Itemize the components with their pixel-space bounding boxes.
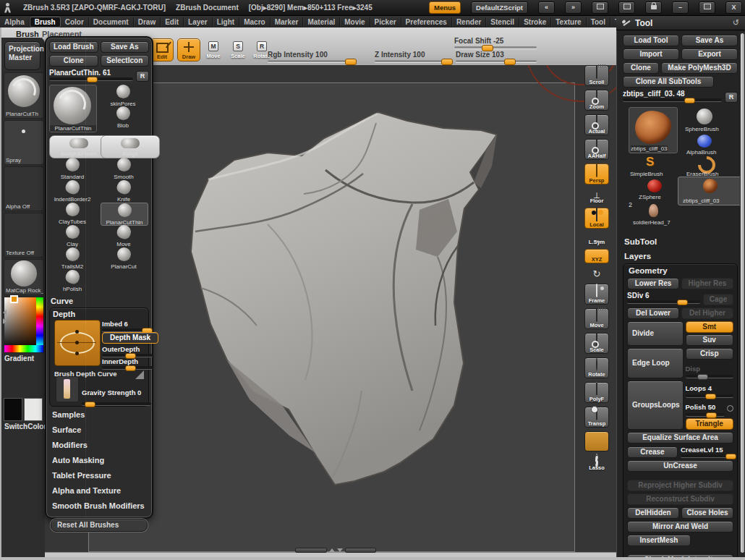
z-intensity-slider[interactable]: Z Intensity 100 [375, 51, 450, 62]
simplebrush-icon[interactable]: S [646, 155, 654, 169]
imbed-slider[interactable]: Imbed 6 [102, 320, 153, 332]
polish-mode-toggle-icon[interactable] [727, 405, 733, 412]
color-picker-field[interactable] [4, 297, 36, 345]
menu-item[interactable]: Light [213, 17, 239, 27]
sdiv-handle[interactable] [677, 300, 688, 305]
popup-section-header[interactable]: Surface [49, 422, 149, 437]
disp-handle[interactable] [697, 374, 708, 380]
brush-thumb[interactable]: Blob [100, 106, 146, 128]
outer-depth-slider[interactable]: OuterDepth [102, 345, 153, 357]
secondary-color-swatch[interactable] [24, 398, 43, 421]
inner-depth-slider[interactable]: InnerDepth [102, 357, 153, 370]
menu-item[interactable]: Draw [134, 17, 161, 27]
disp-slider[interactable]: Disp [686, 361, 734, 378]
del-hidden-button[interactable]: DelHidden [627, 507, 679, 519]
shelf-button[interactable]: Persp [584, 164, 609, 184]
inner-depth-handle[interactable] [125, 365, 136, 371]
gravity-strength-slider[interactable]: Gravity Strength 0 [82, 389, 151, 406]
del-higher-button[interactable]: Del Higher [681, 307, 733, 319]
move-button[interactable]: M Move [203, 38, 224, 60]
draw-button[interactable]: Draw [177, 38, 200, 61]
collapse-left-icon[interactable] [3, 310, 7, 315]
clone-brush-button[interactable]: Clone [49, 55, 98, 67]
save-as-button[interactable]: Save As [101, 41, 150, 53]
brush-thumb[interactable]: IndentBorder2 [49, 180, 95, 202]
brush-thumb[interactable]: Clay [49, 225, 95, 247]
shelf-button[interactable]: PolyF [584, 382, 609, 403]
soldierhead-icon[interactable] [649, 204, 658, 217]
rgb-intensity-slider[interactable]: Rgb Intensity 100 [268, 51, 356, 62]
popup-section-header[interactable]: Samples [49, 407, 149, 422]
menu-item[interactable]: Document [89, 17, 134, 27]
projection-master-button[interactable]: Projection Master [4, 41, 41, 70]
del-lower-button[interactable]: Del Lower [627, 307, 679, 319]
menu-item[interactable]: Edit [161, 17, 184, 27]
color-picker-marker[interactable] [10, 295, 18, 303]
minimize-button[interactable]: – [672, 1, 689, 14]
equalize-surface-area-button[interactable]: Equalize Surface Area [627, 432, 733, 444]
save-as-tool-button[interactable]: Save As [681, 35, 738, 46]
shelf-button[interactable]: Local [584, 208, 609, 229]
menu-item[interactable]: Stroke [519, 17, 551, 27]
smt-toggle[interactable]: Smt [686, 321, 734, 333]
menu-item[interactable]: Color [61, 17, 89, 27]
material-thumb[interactable]: MatCap Rock_ [4, 259, 44, 295]
shelf-button[interactable]: XYZ [584, 249, 609, 263]
reproject-higher-subdiv-button[interactable]: Reproject Higher Subdiv [627, 480, 733, 491]
menu-item[interactable]: Render [452, 17, 486, 27]
menu-item[interactable]: Tool [587, 17, 610, 27]
tool-panel-scrollbar[interactable] [740, 32, 745, 557]
expand-right-icon[interactable] [3, 318, 7, 324]
polish-slider[interactable]: Polish 50 [686, 399, 725, 417]
shelf-button[interactable]: L.Sym [585, 232, 608, 245]
brush-size-popup-slider[interactable]: PlanarCutThin. 61 [49, 69, 133, 81]
shelf-button[interactable]: Actual [584, 114, 609, 135]
clone-tool-button[interactable]: Clone [623, 62, 659, 74]
spherebrush-icon[interactable] [697, 109, 712, 124]
import-button[interactable]: Import [623, 48, 679, 60]
menus-button[interactable]: Menus [429, 1, 461, 14]
shelf-button[interactable]: Lasso [585, 455, 608, 471]
hue-strip-vertical[interactable] [36, 297, 43, 345]
z-intensity-handle[interactable] [441, 59, 453, 65]
selected-tool-thumb[interactable]: zbtips_cliff_03 [678, 177, 743, 205]
brush-thumb[interactable]: Move [101, 225, 147, 247]
loops-slider[interactable]: Loops 4 [686, 381, 734, 398]
popup-section-header[interactable]: Smooth Brush Modifiers [49, 498, 149, 513]
triangle-toggle[interactable]: Triangle [686, 418, 734, 430]
groups-loops-button[interactable]: GroupsLoops [627, 381, 684, 430]
uncrease-button[interactable]: UnCrease [627, 460, 733, 472]
layers-section-header[interactable]: Layers [624, 252, 738, 260]
scale-button[interactable]: S Scale [227, 38, 249, 60]
lower-res-button[interactable]: Lower Res [627, 278, 679, 289]
make-polymesh3d-button[interactable]: Make PolyMesh3D [661, 62, 738, 74]
edit-button[interactable]: Edit [150, 38, 174, 61]
alphabrush-icon[interactable] [697, 135, 712, 148]
brush-thumb[interactable]: TrailsM2 [49, 247, 95, 269]
brush-thumb[interactable]: ClayTubes [49, 203, 95, 224]
lock-button[interactable] [645, 1, 662, 14]
focal-shift-slider[interactable]: Focal Shift -25 [454, 37, 537, 48]
menu-item[interactable]: Material [303, 17, 340, 27]
shelf-button[interactable]: Scroll [584, 65, 609, 86]
suv-toggle[interactable]: Suv [686, 334, 734, 346]
export-button[interactable]: Export [681, 48, 738, 60]
brush-thumb[interactable]: Smooth [101, 158, 147, 179]
menu-item[interactable]: Macro [239, 17, 270, 27]
load-brush-button[interactable]: Load Brush [49, 41, 98, 53]
polish-handle[interactable] [706, 412, 717, 418]
brush-thumb[interactable]: Standard [49, 158, 95, 179]
crease-lvl-handle[interactable] [725, 454, 736, 459]
shelf-button[interactable]: Floor [585, 188, 608, 204]
hue-strip-horizontal[interactable] [4, 345, 43, 352]
shelf-button[interactable]: Scale [584, 333, 609, 354]
brush-thumb[interactable]: hPolish [49, 270, 95, 292]
restore-button[interactable] [699, 1, 715, 14]
window-b-icon[interactable] [618, 1, 635, 14]
clone-all-subtools-button[interactable]: Clone All SubTools [623, 76, 714, 88]
scrollbar-thumb[interactable] [741, 33, 744, 553]
mirror-and-weld-button[interactable]: Mirror And Weld [627, 521, 733, 533]
menu-item[interactable]: Alpha [0, 17, 30, 27]
tool-slider-handle[interactable] [684, 98, 695, 103]
curve-section-header[interactable]: Curve [51, 297, 148, 305]
